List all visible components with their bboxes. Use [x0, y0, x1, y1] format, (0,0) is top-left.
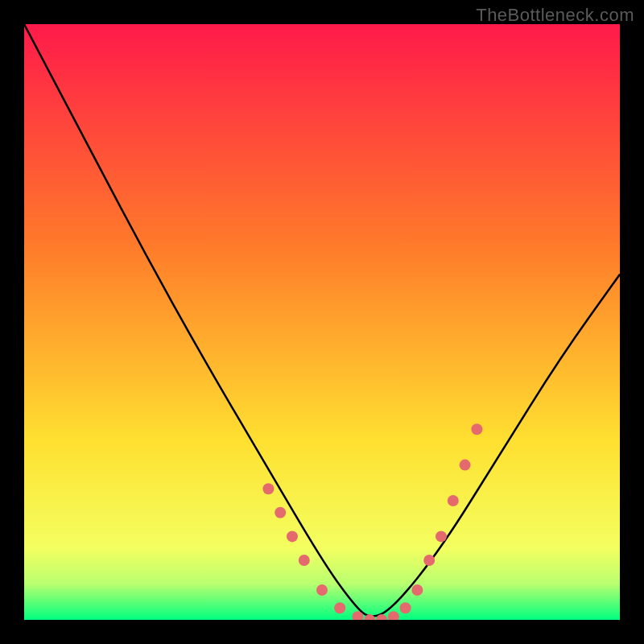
- curve-marker-dot: [423, 555, 435, 566]
- curve-marker-dot: [287, 530, 298, 542]
- gradient-background: [24, 24, 620, 620]
- curve-marker-dot: [460, 460, 471, 471]
- curve-marker-dot: [334, 602, 345, 613]
- watermark-text: TheBottleneck.com: [476, 5, 634, 26]
- curve-marker-dot: [436, 530, 447, 542]
- curve-marker-dot: [299, 555, 310, 566]
- curve-marker-dot: [411, 584, 423, 596]
- chart-area: [24, 24, 620, 620]
- curve-marker-dot: [275, 507, 286, 518]
- curve-marker-dot: [316, 584, 328, 596]
- curve-marker-dot: [262, 483, 274, 494]
- curve-marker-dot: [400, 602, 411, 613]
- curve-marker-dot: [448, 495, 459, 506]
- curve-marker-dot: [471, 423, 482, 435]
- chart-svg: [24, 24, 620, 620]
